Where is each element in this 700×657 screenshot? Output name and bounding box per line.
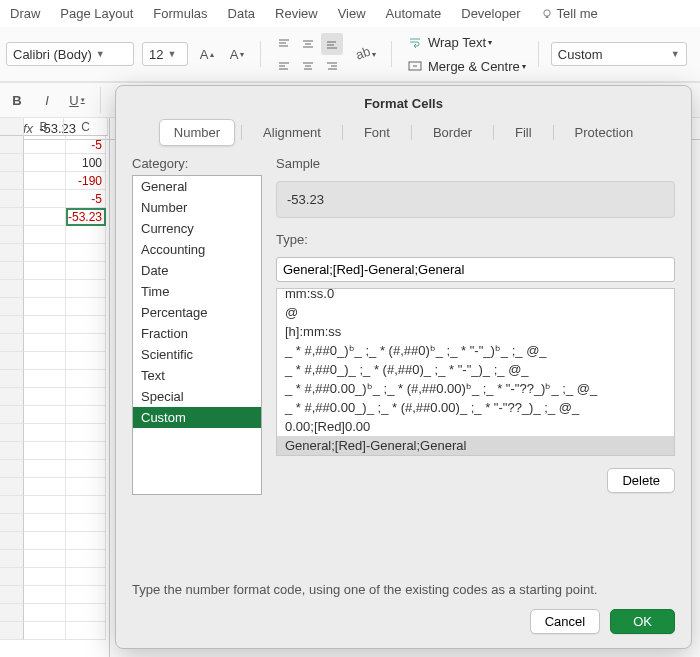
type-option[interactable]: @ xyxy=(277,303,674,322)
font-size-select[interactable]: 12 ▼ xyxy=(142,42,188,66)
type-option[interactable]: _ * #,##0.00_)ᵇ_ ;_ * (#,##0.00)ᵇ_ ;_ * … xyxy=(277,379,674,398)
table-row[interactable] xyxy=(0,388,109,406)
delete-button[interactable]: Delete xyxy=(607,468,675,493)
increase-font-icon[interactable]: A▴ xyxy=(196,43,218,65)
cell[interactable] xyxy=(66,298,106,316)
cell[interactable]: -5 xyxy=(66,190,106,208)
cell[interactable] xyxy=(66,262,106,280)
table-row[interactable] xyxy=(0,226,109,244)
table-row[interactable] xyxy=(0,496,109,514)
type-list[interactable]: d/m/yy h:mmmm:ssmm:ss.0@[h]:mm:ss_ * #,#… xyxy=(276,288,675,456)
type-option[interactable]: [h]:mm:ss xyxy=(277,322,674,341)
tab-formulas[interactable]: Formulas xyxy=(153,6,207,21)
category-item[interactable]: Currency xyxy=(133,218,261,239)
table-row[interactable] xyxy=(0,352,109,370)
tab-automate[interactable]: Automate xyxy=(386,6,442,21)
ok-button[interactable]: OK xyxy=(610,609,675,634)
cell[interactable] xyxy=(66,550,106,568)
cell[interactable] xyxy=(66,334,106,352)
table-row[interactable] xyxy=(0,586,109,604)
category-item[interactable]: Time xyxy=(133,281,261,302)
type-option[interactable]: _ * #,##0_)_ ;_ * (#,##0)_ ;_ * "-"_)_ ;… xyxy=(277,360,674,379)
table-row[interactable]: 100 xyxy=(0,154,109,172)
table-row[interactable] xyxy=(0,442,109,460)
table-row[interactable] xyxy=(0,334,109,352)
cell[interactable] xyxy=(66,568,106,586)
table-row[interactable] xyxy=(0,604,109,622)
type-option[interactable]: 0.00;[Red]0.00 xyxy=(277,417,674,436)
cell[interactable] xyxy=(66,406,106,424)
tab-review[interactable]: Review xyxy=(275,6,318,21)
type-option[interactable]: mm:ss.0 xyxy=(277,288,674,303)
cell[interactable] xyxy=(66,424,106,442)
chevron-down-icon[interactable]: ▾ xyxy=(522,62,526,71)
cell[interactable] xyxy=(66,244,106,262)
table-row[interactable]: -5 xyxy=(0,136,109,154)
align-center-icon[interactable] xyxy=(297,55,319,77)
cancel-button[interactable]: Cancel xyxy=(530,609,600,634)
table-row[interactable] xyxy=(0,532,109,550)
wrap-text-label[interactable]: Wrap Text xyxy=(428,35,486,50)
cell[interactable] xyxy=(66,388,106,406)
table-row[interactable] xyxy=(0,514,109,532)
category-item[interactable]: Text xyxy=(133,365,261,386)
table-row[interactable] xyxy=(0,568,109,586)
table-row[interactable] xyxy=(0,406,109,424)
spreadsheet-grid[interactable]: B C -5100-190-5-53.23 xyxy=(0,118,110,657)
align-right-icon[interactable] xyxy=(321,55,343,77)
table-row[interactable] xyxy=(0,298,109,316)
table-row[interactable] xyxy=(0,424,109,442)
tab-view[interactable]: View xyxy=(338,6,366,21)
category-item[interactable]: Accounting xyxy=(133,239,261,260)
type-option[interactable]: _ * #,##0_)ᵇ_ ;_ * (#,##0)ᵇ_ ;_ * "-"_)ᵇ… xyxy=(277,341,674,360)
table-row[interactable] xyxy=(0,280,109,298)
tell-me[interactable]: Tell me xyxy=(541,6,598,21)
category-item[interactable]: Fraction xyxy=(133,323,261,344)
underline-icon[interactable]: U▾ xyxy=(66,89,88,111)
category-item[interactable]: Scientific xyxy=(133,344,261,365)
cell[interactable]: -53.23 xyxy=(66,208,106,226)
table-row[interactable]: -53.23 xyxy=(0,208,109,226)
type-option[interactable]: _ * #,##0.00_)_ ;_ * (#,##0.00)_ ;_ * "-… xyxy=(277,398,674,417)
cell[interactable]: -5 xyxy=(66,136,106,154)
merge-centre-label[interactable]: Merge & Centre xyxy=(428,59,520,74)
cell[interactable] xyxy=(66,442,106,460)
category-list[interactable]: GeneralNumberCurrencyAccountingDateTimeP… xyxy=(132,175,262,495)
cell[interactable] xyxy=(66,622,106,640)
table-row[interactable] xyxy=(0,316,109,334)
cell[interactable]: -190 xyxy=(66,172,106,190)
category-item[interactable]: Special xyxy=(133,386,261,407)
type-option[interactable]: General;[Red]-General;General xyxy=(277,436,674,455)
cell[interactable] xyxy=(66,532,106,550)
category-item[interactable]: Custom xyxy=(133,407,261,428)
tab-page-layout[interactable]: Page Layout xyxy=(60,6,133,21)
cell[interactable] xyxy=(66,586,106,604)
cell[interactable] xyxy=(66,478,106,496)
align-left-icon[interactable] xyxy=(273,55,295,77)
tab-font[interactable]: Font xyxy=(349,119,405,146)
number-format-select[interactable]: Custom ▼ xyxy=(551,42,687,66)
table-row[interactable] xyxy=(0,478,109,496)
orientation-icon[interactable]: ab▾ xyxy=(351,43,379,65)
category-item[interactable]: General xyxy=(133,176,261,197)
table-row[interactable] xyxy=(0,460,109,478)
font-name-select[interactable]: Calibri (Body) ▼ xyxy=(6,42,134,66)
tab-border[interactable]: Border xyxy=(418,119,487,146)
tab-fill[interactable]: Fill xyxy=(500,119,547,146)
table-row[interactable]: -190 xyxy=(0,172,109,190)
cell[interactable] xyxy=(66,604,106,622)
table-row[interactable] xyxy=(0,244,109,262)
cell[interactable] xyxy=(66,370,106,388)
cell[interactable]: 100 xyxy=(66,154,106,172)
align-middle-icon[interactable] xyxy=(297,33,319,55)
cell[interactable] xyxy=(66,316,106,334)
tab-protection[interactable]: Protection xyxy=(560,119,649,146)
cell[interactable] xyxy=(66,496,106,514)
cell[interactable] xyxy=(66,460,106,478)
tab-developer[interactable]: Developer xyxy=(461,6,520,21)
cell[interactable] xyxy=(66,352,106,370)
bold-icon[interactable]: B xyxy=(6,89,28,111)
tab-alignment[interactable]: Alignment xyxy=(248,119,336,146)
col-header-c[interactable]: C xyxy=(64,118,108,136)
tab-draw[interactable]: Draw xyxy=(10,6,40,21)
